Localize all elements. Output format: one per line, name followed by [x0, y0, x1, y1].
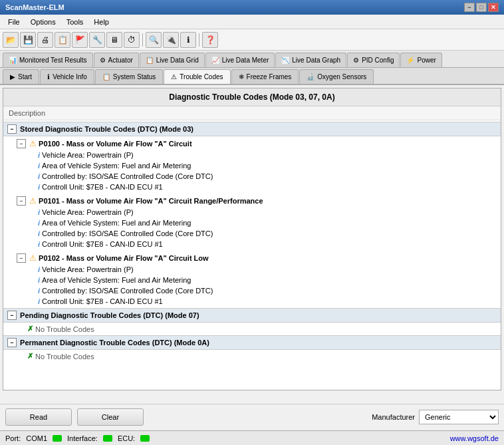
- port-value: COM1: [26, 434, 47, 442]
- ecu-label: ECU:: [118, 434, 135, 442]
- dtc-p0101-header[interactable]: − ⚠ P0101 - Mass or Volume Air Flow "A" …: [3, 195, 501, 207]
- trouble-codes-icon: ⚠: [171, 73, 177, 80]
- ecu-indicator: [140, 435, 150, 442]
- toolbar-btn-clock[interactable]: ⏱: [124, 32, 140, 48]
- green-check-permanent: ✗: [27, 352, 33, 361]
- actuator-icon: ⚙: [100, 57, 106, 64]
- manufacturer-select[interactable]: Generic: [419, 410, 499, 424]
- minimize-button[interactable]: −: [464, 3, 475, 12]
- section-pending[interactable]: − Pending Diagnostic Trouble Codes (DTC)…: [3, 308, 501, 323]
- manufacturer-label: Manufacturer: [372, 413, 415, 421]
- expand-permanent[interactable]: −: [7, 338, 17, 347]
- monitored-icon: 📊: [9, 57, 17, 64]
- toolbar-btn-info[interactable]: ℹ: [180, 32, 196, 48]
- dtc-p0102-header[interactable]: − ⚠ P0102 - Mass or Volume Air Flow "A" …: [3, 252, 501, 264]
- window-controls: − □ ✕: [464, 3, 499, 12]
- p0100-detail-4: i Controll Unit: $7E8 - CAN-ID ECU #1: [3, 182, 501, 192]
- warning-icon-p0102: ⚠: [29, 253, 37, 263]
- live-meter-icon: 📈: [211, 57, 219, 64]
- content-title: Diagnostic Trouble Codes (Mode 03, 07, 0…: [3, 88, 501, 106]
- toolbar-btn-help[interactable]: ❓: [202, 32, 218, 48]
- dtc-tree: − Stored Diagnostic Trouble Codes (DTC) …: [3, 120, 501, 364]
- info-icon: i: [38, 162, 40, 170]
- toolbar-btn-wrench[interactable]: 🔧: [89, 32, 105, 48]
- live-graph-icon: 📉: [281, 57, 289, 64]
- power-icon: ⚡: [406, 57, 414, 64]
- tab-monitored-test-results[interactable]: 📊 Monitored Test Results: [3, 53, 93, 67]
- tab-pid-config[interactable]: ⚙ PID Config: [347, 53, 400, 67]
- info-icon: i: [38, 276, 40, 284]
- tab-freeze-frames[interactable]: ❄ Freeze Frames: [231, 69, 299, 84]
- wgsoft-link[interactable]: www.wgsoft.de: [450, 434, 499, 442]
- expand-p0100[interactable]: −: [17, 139, 26, 148]
- tab-bar-second: ▶ Start ℹ Vehicle Info 📋 System Status ⚠…: [0, 68, 504, 85]
- tab-trouble-codes[interactable]: ⚠ Trouble Codes: [164, 69, 230, 84]
- clear-button[interactable]: Clear: [77, 408, 144, 426]
- toolbar-btn-connect[interactable]: 🔌: [163, 32, 179, 48]
- tab-live-data-grid[interactable]: 📋 Live Data Grid: [140, 53, 205, 67]
- info-icon: i: [38, 183, 40, 191]
- tab-start[interactable]: ▶ Start: [3, 69, 39, 84]
- manufacturer-area: Manufacturer Generic: [372, 410, 499, 424]
- expand-stored[interactable]: −: [7, 124, 17, 134]
- toolbar-separator: [142, 33, 143, 47]
- menu-options[interactable]: Options: [25, 17, 61, 27]
- p0102-detail-4: i Controll Unit: $7E8 - CAN-ID ECU #1: [3, 296, 501, 307]
- dtc-p0100-header[interactable]: − ⚠ P0100 - Mass or Volume Air Flow "A" …: [3, 138, 501, 150]
- info-icon: i: [38, 287, 40, 295]
- tab-vehicle-info[interactable]: ℹ Vehicle Info: [40, 69, 94, 84]
- menu-file[interactable]: File: [3, 17, 25, 27]
- toolbar-btn-open[interactable]: 📂: [3, 32, 19, 48]
- pending-no-codes: ✗ No Trouble Codes: [3, 323, 501, 335]
- tab-actuator[interactable]: ⚙ Actuator: [94, 53, 139, 67]
- toolbar-btn-print[interactable]: 🖨: [37, 32, 53, 48]
- p0100-detail-3: i Controlled by: ISO/SAE Controlled Code…: [3, 171, 501, 182]
- freeze-frames-icon: ❄: [239, 73, 244, 80]
- info-icon: i: [38, 219, 40, 227]
- expand-pending[interactable]: −: [7, 311, 17, 320]
- pid-icon: ⚙: [353, 57, 359, 64]
- app-title: ScanMaster-ELM: [5, 3, 64, 11]
- toolbar-btn-table[interactable]: 📋: [55, 32, 70, 48]
- tab-oxygen-sensors[interactable]: 🔬 Oxygen Sensors: [299, 69, 374, 84]
- menu-tools[interactable]: Tools: [61, 17, 89, 27]
- vehicle-info-icon: ℹ: [47, 73, 50, 80]
- toolbar-btn-flag[interactable]: 🚩: [72, 32, 88, 48]
- tab-live-data-graph[interactable]: 📉 Live Data Graph: [275, 53, 346, 67]
- info-icon: i: [38, 265, 40, 273]
- section-stored[interactable]: − Stored Diagnostic Trouble Codes (DTC) …: [3, 122, 501, 136]
- tab-live-data-meter[interactable]: 📈 Live Data Meter: [205, 53, 275, 67]
- section-permanent[interactable]: − Permanent Diagnostic Trouble Codes (DT…: [3, 335, 501, 350]
- maximize-button[interactable]: □: [476, 3, 487, 12]
- permanent-no-codes: ✗ No Trouble Codes: [3, 350, 501, 363]
- live-grid-icon: 📋: [146, 57, 154, 64]
- tab-system-status[interactable]: 📋 System Status: [95, 69, 163, 84]
- p0100-detail-1: i Vehicle Area: Powertrain (P): [3, 150, 501, 160]
- menu-bar: File Options Tools Help: [0, 15, 504, 29]
- oxygen-sensors-icon: 🔬: [307, 73, 315, 80]
- warning-icon-p0100: ⚠: [29, 139, 37, 148]
- p0102-detail-2: i Area of Vehicle System: Fuel and Air M…: [3, 275, 501, 285]
- expand-p0101[interactable]: −: [17, 196, 26, 206]
- interface-indicator: [103, 435, 112, 442]
- warning-icon-p0101: ⚠: [29, 196, 37, 206]
- menu-help[interactable]: Help: [88, 17, 114, 27]
- toolbar: 📂 💾 🖨 📋 🚩 🔧 🖥 ⏱ 🔍 🔌 ℹ ❓: [0, 29, 504, 51]
- port-indicator: [53, 435, 62, 442]
- interface-label: Interface:: [67, 434, 98, 442]
- p0101-detail-2: i Area of Vehicle System: Fuel and Air M…: [3, 218, 501, 228]
- toolbar-btn-save[interactable]: 💾: [20, 32, 36, 48]
- expand-p0102[interactable]: −: [17, 253, 26, 263]
- tab-power[interactable]: ⚡ Power: [400, 53, 441, 67]
- info-icon: i: [38, 297, 40, 305]
- info-icon: i: [38, 151, 40, 159]
- system-status-icon: 📋: [102, 73, 110, 80]
- read-button[interactable]: Read: [5, 408, 72, 426]
- toolbar-btn-monitor[interactable]: 🖥: [106, 32, 122, 48]
- close-button[interactable]: ✕: [488, 3, 499, 12]
- main-content: Diagnostic Trouble Codes (Mode 03, 07, 0…: [3, 88, 501, 390]
- p0102-detail-1: i Vehicle Area: Powertrain (P): [3, 264, 501, 275]
- start-icon: ▶: [10, 73, 15, 80]
- toolbar-btn-search[interactable]: 🔍: [146, 32, 162, 48]
- p0102-detail-3: i Controlled by: ISO/SAE Controlled Code…: [3, 285, 501, 296]
